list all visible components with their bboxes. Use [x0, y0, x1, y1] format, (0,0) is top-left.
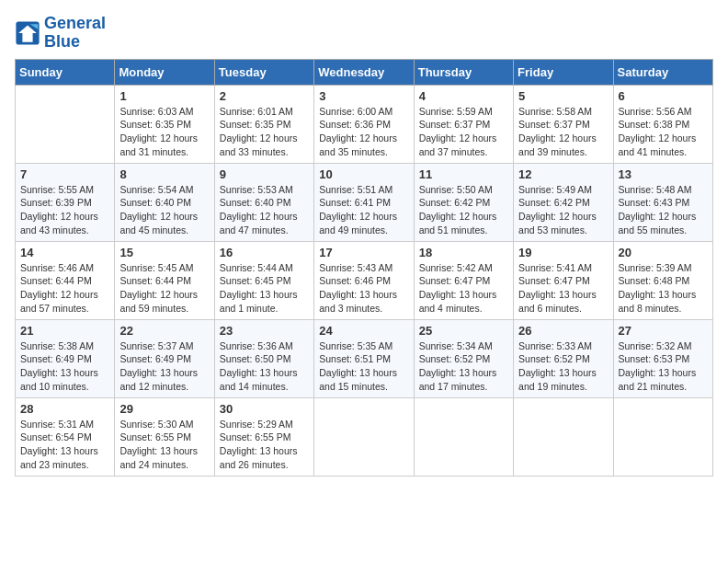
day-number: 2 — [220, 89, 309, 103]
day-number: 26 — [518, 324, 608, 338]
calendar-cell: 24Sunrise: 5:35 AM Sunset: 6:51 PM Dayli… — [314, 319, 414, 397]
calendar-cell: 4Sunrise: 5:59 AM Sunset: 6:37 PM Daylig… — [414, 85, 513, 163]
day-info: Sunrise: 5:43 AM Sunset: 6:46 PM Dayligh… — [319, 261, 408, 316]
day-info: Sunrise: 5:48 AM Sunset: 6:43 PM Dayligh… — [619, 183, 708, 237]
logo-icon — [15, 20, 40, 46]
day-info: Sunrise: 5:56 AM Sunset: 6:38 PM Dayligh… — [619, 105, 708, 159]
calendar-cell: 22Sunrise: 5:37 AM Sunset: 6:49 PM Dayli… — [115, 319, 214, 397]
day-number: 23 — [220, 324, 309, 338]
day-info: Sunrise: 5:54 AM Sunset: 6:40 PM Dayligh… — [119, 183, 209, 237]
calendar-cell: 21Sunrise: 5:38 AM Sunset: 6:49 PM Dayli… — [16, 319, 115, 397]
day-info: Sunrise: 5:46 AM Sunset: 6:44 PM Dayligh… — [20, 261, 109, 316]
day-number: 16 — [220, 246, 309, 259]
day-number: 1 — [119, 89, 209, 103]
header-wednesday: Wednesday — [314, 59, 414, 85]
header-sunday: Sunday — [16, 59, 115, 85]
calendar-cell: 6Sunrise: 5:56 AM Sunset: 6:38 PM Daylig… — [613, 85, 712, 163]
day-number: 21 — [20, 324, 109, 338]
day-number: 4 — [419, 89, 508, 103]
day-number: 10 — [319, 167, 408, 181]
day-info: Sunrise: 5:55 AM Sunset: 6:39 PM Dayligh… — [20, 183, 109, 237]
day-info: Sunrise: 5:37 AM Sunset: 6:49 PM Dayligh… — [119, 339, 209, 394]
logo-text: General Blue — [44, 15, 106, 52]
day-info: Sunrise: 5:29 AM Sunset: 6:55 PM Dayligh… — [220, 418, 309, 472]
logo: General Blue — [15, 15, 106, 52]
day-info: Sunrise: 5:49 AM Sunset: 6:42 PM Dayligh… — [518, 183, 608, 237]
calendar-cell: 20Sunrise: 5:39 AM Sunset: 6:48 PM Dayli… — [613, 241, 712, 319]
day-number: 28 — [20, 402, 109, 416]
day-info: Sunrise: 5:58 AM Sunset: 6:37 PM Dayligh… — [518, 105, 608, 159]
calendar-table: SundayMondayTuesdayWednesdayThursdayFrid… — [15, 59, 713, 477]
header-monday: Monday — [115, 59, 214, 85]
calendar-cell — [514, 397, 613, 476]
day-info: Sunrise: 5:31 AM Sunset: 6:54 PM Dayligh… — [20, 418, 109, 472]
calendar-cell: 14Sunrise: 5:46 AM Sunset: 6:44 PM Dayli… — [16, 241, 115, 319]
day-number: 17 — [319, 246, 408, 259]
week-row-1: 1Sunrise: 6:03 AM Sunset: 6:35 PM Daylig… — [16, 85, 713, 163]
calendar-cell: 29Sunrise: 5:30 AM Sunset: 6:55 PM Dayli… — [115, 397, 214, 476]
calendar-cell: 9Sunrise: 5:53 AM Sunset: 6:40 PM Daylig… — [214, 163, 313, 241]
day-number: 29 — [119, 402, 209, 416]
calendar-cell: 18Sunrise: 5:42 AM Sunset: 6:47 PM Dayli… — [414, 241, 513, 319]
calendar-cell: 23Sunrise: 5:36 AM Sunset: 6:50 PM Dayli… — [214, 319, 313, 397]
day-number: 11 — [419, 167, 508, 181]
calendar-cell: 25Sunrise: 5:34 AM Sunset: 6:52 PM Dayli… — [414, 319, 513, 397]
day-info: Sunrise: 5:59 AM Sunset: 6:37 PM Dayligh… — [419, 105, 508, 159]
calendar-cell: 26Sunrise: 5:33 AM Sunset: 6:52 PM Dayli… — [514, 319, 613, 397]
calendar-cell: 15Sunrise: 5:45 AM Sunset: 6:44 PM Dayli… — [115, 241, 214, 319]
calendar-cell: 19Sunrise: 5:41 AM Sunset: 6:47 PM Dayli… — [514, 241, 613, 319]
day-number: 18 — [419, 246, 508, 259]
calendar-cell — [314, 397, 414, 476]
day-number: 30 — [220, 402, 309, 416]
header-tuesday: Tuesday — [214, 59, 313, 85]
day-info: Sunrise: 5:30 AM Sunset: 6:55 PM Dayligh… — [119, 418, 209, 472]
week-row-5: 28Sunrise: 5:31 AM Sunset: 6:54 PM Dayli… — [16, 397, 713, 476]
day-number: 15 — [119, 246, 209, 259]
day-info: Sunrise: 6:01 AM Sunset: 6:35 PM Dayligh… — [220, 105, 309, 159]
day-number: 7 — [20, 167, 109, 181]
day-number: 14 — [20, 246, 109, 259]
calendar-cell: 13Sunrise: 5:48 AM Sunset: 6:43 PM Dayli… — [613, 163, 712, 241]
calendar-cell: 2Sunrise: 6:01 AM Sunset: 6:35 PM Daylig… — [214, 85, 313, 163]
day-number: 9 — [220, 167, 309, 181]
week-row-2: 7Sunrise: 5:55 AM Sunset: 6:39 PM Daylig… — [16, 163, 713, 241]
day-number: 8 — [119, 167, 209, 181]
day-number: 24 — [319, 324, 408, 338]
day-number: 12 — [518, 167, 608, 181]
calendar-cell: 3Sunrise: 6:00 AM Sunset: 6:36 PM Daylig… — [314, 85, 414, 163]
week-row-3: 14Sunrise: 5:46 AM Sunset: 6:44 PM Dayli… — [16, 241, 713, 319]
day-number: 22 — [119, 324, 209, 338]
day-number: 27 — [619, 324, 708, 338]
calendar-header-row: SundayMondayTuesdayWednesdayThursdayFrid… — [16, 59, 713, 85]
calendar-cell — [613, 397, 712, 476]
day-info: Sunrise: 6:03 AM Sunset: 6:35 PM Dayligh… — [119, 105, 209, 159]
day-number: 5 — [518, 89, 608, 103]
calendar-cell — [414, 397, 513, 476]
calendar-cell: 28Sunrise: 5:31 AM Sunset: 6:54 PM Dayli… — [16, 397, 115, 476]
day-info: Sunrise: 5:51 AM Sunset: 6:41 PM Dayligh… — [319, 183, 408, 237]
calendar-cell: 7Sunrise: 5:55 AM Sunset: 6:39 PM Daylig… — [16, 163, 115, 241]
day-number: 13 — [619, 167, 708, 181]
header-saturday: Saturday — [613, 59, 712, 85]
day-info: Sunrise: 5:53 AM Sunset: 6:40 PM Dayligh… — [220, 183, 309, 237]
calendar-cell: 12Sunrise: 5:49 AM Sunset: 6:42 PM Dayli… — [514, 163, 613, 241]
calendar-cell: 1Sunrise: 6:03 AM Sunset: 6:35 PM Daylig… — [115, 85, 214, 163]
header-friday: Friday — [514, 59, 613, 85]
day-info: Sunrise: 6:00 AM Sunset: 6:36 PM Dayligh… — [319, 105, 408, 159]
calendar-cell: 30Sunrise: 5:29 AM Sunset: 6:55 PM Dayli… — [214, 397, 313, 476]
day-info: Sunrise: 5:32 AM Sunset: 6:53 PM Dayligh… — [619, 339, 708, 394]
day-info: Sunrise: 5:39 AM Sunset: 6:48 PM Dayligh… — [619, 261, 708, 316]
day-number: 25 — [419, 324, 508, 338]
calendar-cell: 11Sunrise: 5:50 AM Sunset: 6:42 PM Dayli… — [414, 163, 513, 241]
day-number: 20 — [619, 246, 708, 259]
day-info: Sunrise: 5:35 AM Sunset: 6:51 PM Dayligh… — [319, 339, 408, 394]
calendar-cell: 17Sunrise: 5:43 AM Sunset: 6:46 PM Dayli… — [314, 241, 414, 319]
calendar-cell: 8Sunrise: 5:54 AM Sunset: 6:40 PM Daylig… — [115, 163, 214, 241]
day-info: Sunrise: 5:33 AM Sunset: 6:52 PM Dayligh… — [518, 339, 608, 394]
week-row-4: 21Sunrise: 5:38 AM Sunset: 6:49 PM Dayli… — [16, 319, 713, 397]
day-number: 19 — [518, 246, 608, 259]
calendar-cell: 10Sunrise: 5:51 AM Sunset: 6:41 PM Dayli… — [314, 163, 414, 241]
calendar-cell: 27Sunrise: 5:32 AM Sunset: 6:53 PM Dayli… — [613, 319, 712, 397]
day-info: Sunrise: 5:50 AM Sunset: 6:42 PM Dayligh… — [419, 183, 508, 237]
day-info: Sunrise: 5:41 AM Sunset: 6:47 PM Dayligh… — [518, 261, 608, 316]
